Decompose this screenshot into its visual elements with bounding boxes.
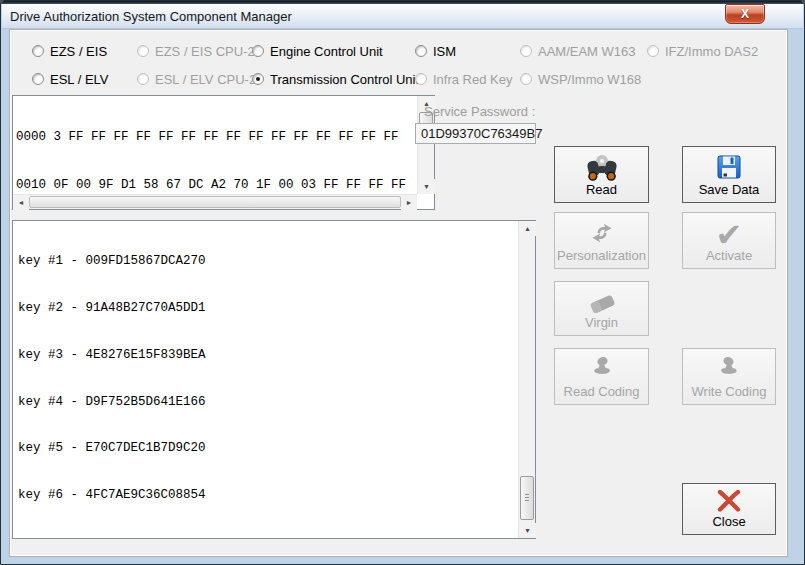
scrollbar-grip-icon [525, 494, 529, 502]
binoculars-icon [555, 153, 648, 183]
eraser-icon [555, 291, 648, 317]
radio-label: EZS / EIS [50, 44, 107, 59]
window-close-button[interactable]: X [725, 4, 765, 24]
radio-wsp-immo-w168: WSP/Immo W168 [520, 71, 641, 87]
hex-horizontal-scrollbar[interactable]: ◄ ► [13, 194, 417, 209]
coding-stamp-icon [683, 355, 775, 381]
hex-line: 0000 3 FF FF FF FF FF FF FF FF FF FF FF … [16, 129, 416, 145]
button-label: Save Data [699, 182, 760, 197]
radio-circle-icon [137, 45, 149, 57]
radio-circle-icon [252, 45, 264, 57]
radio-ifz-immo-das2: IFZ/Immo DAS2 [647, 43, 758, 59]
radio-engine-control-unit[interactable]: Engine Control Unit [252, 43, 383, 59]
radio-label: EZS / EIS CPU-2 [155, 44, 255, 59]
save-data-button[interactable]: Save Data [682, 146, 776, 203]
refresh-arrows-icon [555, 219, 648, 247]
red-x-icon [683, 489, 775, 513]
log-scrollbar-thumb[interactable] [520, 476, 534, 520]
radio-label: AAM/EAM W163 [538, 44, 636, 59]
radio-circle-icon [32, 73, 44, 85]
radio-label: Engine Control Unit [270, 44, 383, 59]
radio-label: Infra Red Key [433, 72, 513, 87]
window-title: Drive Authorization System Component Man… [10, 9, 292, 24]
radio-transmission-control-unit[interactable]: Transmission Control Unit [252, 71, 419, 87]
radio-esl-elv[interactable]: ESL / ELV [32, 71, 109, 87]
radio-label: IFZ/Immo DAS2 [665, 44, 758, 59]
scroll-left-icon[interactable]: ◄ [13, 195, 29, 210]
button-label: Read Coding [564, 384, 640, 399]
radio-label: ESL / ELV [50, 72, 109, 87]
scroll-down-icon[interactable]: ▼ [418, 179, 435, 194]
radio-label: ISM [433, 44, 456, 59]
title-bar[interactable]: Drive Authorization System Component Man… [2, 4, 803, 29]
radio-ism[interactable]: ISM [415, 43, 456, 59]
log-line: key #3 - 4E8276E15F839BEA [18, 348, 516, 364]
radio-circle-icon [520, 45, 532, 57]
hex-hscrollbar-thumb[interactable] [29, 196, 401, 208]
scroll-down-icon[interactable]: ▼ [519, 523, 536, 538]
floppy-disk-icon [683, 153, 775, 181]
radio-ezs-eis[interactable]: EZS / EIS [32, 43, 107, 59]
radio-label: Transmission Control Unit [270, 72, 419, 87]
radio-label: WSP/Immo W168 [538, 72, 641, 87]
service-password-label: Service Password : [424, 104, 535, 119]
radio-label: ESL / ELV CPU-2 [155, 72, 256, 87]
virgin-button: Virgin [554, 281, 649, 336]
log-text: key #1 - 009FD15867DCA270 key #2 - 91A48… [18, 223, 516, 536]
log-output[interactable]: key #1 - 009FD15867DCA270 key #2 - 91A48… [12, 220, 536, 539]
radio-circle-icon [32, 45, 44, 57]
log-line: key #5 - E70C7DEC1B7D9C20 [18, 441, 516, 457]
personalization-button: Personalization [554, 212, 649, 269]
client-panel: EZS / EIS EZS / EIS CPU-2 Engine Control… [9, 29, 788, 557]
radio-ezs-eis-cpu2: EZS / EIS CPU-2 [137, 43, 255, 59]
button-label: Virgin [585, 315, 618, 330]
read-coding-button: Read Coding [554, 348, 649, 405]
log-line: key #1 - 009FD15867DCA270 [18, 254, 516, 270]
service-password-value: 01D99370C76349B7 [421, 126, 542, 141]
button-label: Write Coding [692, 384, 767, 399]
dialog-window: Drive Authorization System Component Man… [0, 0, 805, 565]
radio-esl-elv-cpu2: ESL / ELV CPU-2 [137, 71, 256, 87]
log-line: key #7 - E8685410527ADD94 [18, 535, 516, 536]
log-line: key #2 - 91A48B27C70A5DD1 [18, 301, 516, 317]
close-window-icon: X [741, 7, 749, 21]
radio-selected-icon [252, 73, 264, 85]
activate-button: ✔ Activate [682, 212, 776, 269]
radio-circle-icon [137, 73, 149, 85]
radio-circle-icon [520, 73, 532, 85]
radio-aam-eam-w163: AAM/EAM W163 [520, 43, 636, 59]
scroll-up-icon[interactable]: ▲ [519, 221, 536, 236]
radio-circle-icon [647, 45, 659, 57]
hex-dump-view[interactable]: 0000 3 FF FF FF FF FF FF FF FF FF FF FF … [12, 95, 435, 210]
read-button[interactable]: Read [554, 146, 649, 203]
log-line: key #4 - D9F752B5D641E166 [18, 395, 516, 411]
log-vertical-scrollbar[interactable]: ▲ ▼ [518, 221, 535, 538]
button-label: Read [586, 182, 617, 197]
hex-dump-text: 0000 3 FF FF FF FF FF FF FF FF FF FF FF … [16, 97, 416, 193]
checkmark-icon: ✔ [683, 219, 775, 251]
radio-circle-icon [415, 73, 427, 85]
service-password-field[interactable]: 01D99370C76349B7 [415, 123, 536, 144]
write-coding-button: Write Coding [682, 348, 776, 405]
close-button[interactable]: Close [682, 483, 776, 535]
coding-stamp-icon [555, 355, 648, 381]
button-label: Personalization [557, 248, 646, 263]
log-line: key #6 - 4FC7AE9C36C08854 [18, 488, 516, 504]
radio-circle-icon [415, 45, 427, 57]
radio-infra-red-key: Infra Red Key [415, 71, 513, 87]
scroll-right-icon[interactable]: ► [401, 195, 417, 210]
button-label: Close [712, 514, 745, 529]
hex-line: 0010 0F 00 9F D1 58 67 DC A2 70 1F 00 03… [16, 177, 416, 193]
